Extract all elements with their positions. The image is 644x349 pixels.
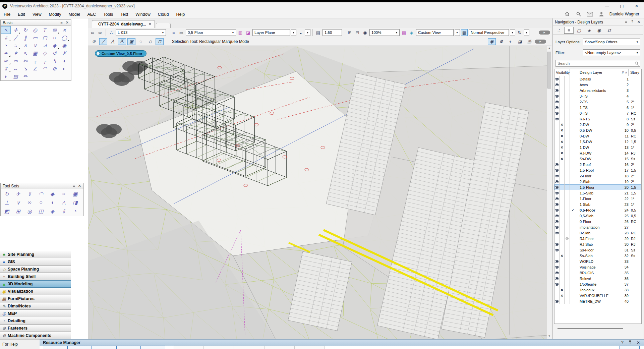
layer-row[interactable]: × ✓ 2-Slab 19 2° [554, 179, 641, 184]
active-layer-check[interactable]: ✓ [570, 144, 576, 150]
layer-row[interactable]: × ✓ 1,5-Slab 21 1,5 [554, 190, 641, 196]
greyed-toggle[interactable] [565, 184, 570, 190]
invisible-toggle[interactable]: × [560, 184, 565, 190]
tool-button[interactable]: T [40, 26, 50, 34]
tool-button[interactable]: ≈ [11, 42, 20, 49]
layer-row[interactable]: × ✓ 3-TS 4 [554, 93, 641, 99]
layer-row[interactable]: × ✓ 1-DW 13 1° [554, 144, 641, 150]
visibility-toggle[interactable] [554, 190, 560, 196]
select-drag-icon[interactable]: ⊓ [156, 38, 164, 45]
visibility-toggle[interactable] [554, 144, 560, 150]
invisible-toggle[interactable]: × [560, 276, 565, 281]
layer-name[interactable]: METRE_DW [576, 298, 620, 304]
column-header-visibility[interactable]: Visibility [554, 69, 570, 76]
tool-set-item[interactable]: ▲ 3D Modeling [0, 280, 71, 288]
invisible-toggle[interactable]: × [560, 270, 565, 276]
tool-button[interactable]: ✈ [12, 189, 24, 198]
invisible-toggle[interactable]: × [560, 258, 565, 264]
invisible-toggle[interactable]: × [560, 264, 565, 270]
layer-row[interactable]: × ✓ Ss-DW 15 Ss [554, 156, 641, 162]
tool-button[interactable]: ∨ [12, 198, 24, 207]
tool-button[interactable]: ◎ [30, 26, 40, 34]
layer-row[interactable]: × ✓ RJ-Slab 30 RJ [554, 241, 641, 247]
rm-pin-icon[interactable] [629, 340, 632, 345]
layer-name[interactable]: Ss-DW [576, 156, 620, 162]
invisible-toggle[interactable]: × [560, 230, 565, 236]
active-layer-check[interactable]: ✓ [570, 201, 576, 207]
invisible-toggle[interactable]: × [560, 127, 565, 133]
close-button[interactable]: ✕ [629, 2, 644, 10]
active-layer-check[interactable]: ✓ [570, 213, 576, 219]
greyed-toggle[interactable] [565, 247, 570, 253]
layer-name[interactable]: 2-TS [576, 99, 620, 105]
invisible-toggle[interactable]: × [560, 287, 565, 293]
layer-row[interactable]: × ✓ 1-Slab 23 1° [554, 201, 641, 207]
visibility-toggle[interactable] [554, 230, 560, 236]
visibility-toggle[interactable] [554, 281, 560, 287]
saved-view-dropdown[interactable]: ▾ [455, 29, 460, 36]
visibility-toggle[interactable] [554, 110, 560, 116]
menu-item[interactable]: AEC [83, 11, 100, 18]
greyed-toggle[interactable] [565, 105, 570, 110]
layer-row[interactable]: × ✓ 1,5-Roof 17 1,5 [554, 167, 641, 173]
canvas-vertical-scrollbar[interactable]: ▲ ▼ [547, 46, 551, 340]
active-layer-check[interactable]: ✓ [570, 190, 576, 196]
greyed-toggle[interactable] [565, 88, 570, 93]
visibility-toggle[interactable] [554, 224, 560, 230]
visibility-toggle[interactable] [554, 99, 560, 105]
invisible-toggle[interactable]: × [560, 293, 565, 298]
marquee-zoom-icon[interactable]: ⊞ [346, 29, 353, 36]
active-layer-check[interactable]: ✓ [570, 105, 576, 110]
active-layer-check[interactable]: ✓ [570, 258, 576, 264]
greyed-toggle[interactable] [565, 179, 570, 184]
layer-row[interactable]: × ✓ Ss-Floor 31 Ss [554, 247, 641, 253]
active-layer-check[interactable]: ✓ [570, 139, 576, 144]
active-layer-check[interactable]: ✓ [570, 236, 576, 241]
invisible-toggle[interactable]: × [560, 173, 565, 179]
tool-button[interactable]: ◗ [1, 72, 11, 80]
layer-row[interactable]: × ✓ 0-Floor 26 RC [554, 219, 641, 224]
tool-set-item[interactable]: ◉ Visualization [0, 288, 71, 295]
invisible-toggle[interactable]: × [560, 122, 565, 127]
invisible-toggle[interactable]: × [560, 179, 565, 184]
previous-zoom-icon[interactable]: ⊟ [354, 29, 361, 36]
layer-row[interactable]: × ✓ 0,5-Floor 24 0,5 [554, 207, 641, 213]
column-header-story[interactable]: Story [629, 69, 641, 76]
layer-nav-combobox[interactable]: L-013▼ [116, 29, 166, 36]
layer-name[interactable]: Ss-Floor [576, 247, 620, 253]
rm-cell[interactable] [116, 346, 141, 349]
layer-name[interactable]: BRUGIS [576, 270, 620, 276]
layer-scale-field[interactable]: 1:50 [323, 29, 342, 36]
tool-button[interactable]: ✗ [59, 49, 69, 57]
visibility-toggle[interactable] [554, 264, 560, 270]
tab-references[interactable]: ⇄ [604, 27, 614, 34]
visibility-toggle[interactable] [554, 150, 560, 156]
tool-button[interactable]: ∨ [30, 42, 40, 49]
roof-plane-icon[interactable]: ◪ [245, 29, 251, 36]
visibility-toggle[interactable] [554, 76, 560, 82]
tool-button[interactable]: ↻ [1, 189, 12, 198]
search-input[interactable] [555, 60, 640, 67]
layer-row[interactable]: × ✓ 0,5-DW 10 0,5 [554, 127, 641, 133]
active-layer-check[interactable]: ✓ [570, 264, 576, 270]
zoom-icon[interactable]: ◉ [362, 29, 368, 36]
invisible-toggle[interactable]: × [560, 99, 565, 105]
menu-item[interactable]: Model [65, 11, 83, 18]
active-layer-check[interactable]: ✓ [570, 270, 576, 276]
greyed-toggle[interactable] [565, 276, 570, 281]
layer-name[interactable]: RJ-TS [576, 116, 620, 122]
home-icon[interactable] [564, 11, 571, 17]
layer-name[interactable]: 1,5-Floor [576, 184, 620, 190]
greyed-toggle[interactable] [565, 224, 570, 230]
tool-button[interactable]: ∞ [24, 198, 35, 207]
tool-set-item[interactable]: ◎ MEP [0, 310, 71, 317]
layer-name[interactable]: 2-Floor [576, 173, 620, 179]
tool-button[interactable]: ↖ [1, 26, 11, 34]
tab-close-icon[interactable]: × [149, 22, 151, 26]
rectangular-marquee-icon[interactable]: ▣ [127, 38, 135, 45]
visibility-toggle[interactable] [554, 116, 560, 122]
layer-row[interactable]: × ✓ 1,5-DW 12 1,5 [554, 139, 641, 144]
active-layer-check[interactable]: ✓ [570, 207, 576, 213]
active-layer-check[interactable]: ✓ [570, 253, 576, 258]
greyed-toggle[interactable] [565, 196, 570, 201]
